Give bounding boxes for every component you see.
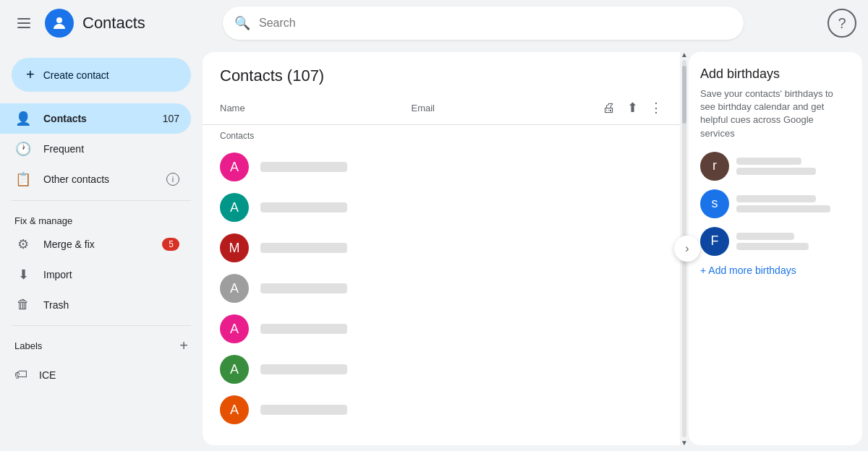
contact-info <box>260 324 663 334</box>
sidebar: + Create contact 👤 Contacts 107 🕐 Freque… <box>0 46 203 451</box>
contact-name-blur <box>260 364 347 374</box>
birthday-name-line-2 <box>736 205 830 212</box>
table-row[interactable]: A <box>203 390 680 430</box>
contact-name-blur <box>260 162 347 172</box>
table-row[interactable]: A <box>203 268 680 309</box>
divider-1 <box>12 200 191 201</box>
trash-icon: 🗑 <box>14 297 32 312</box>
contact-info <box>260 283 663 293</box>
birthday-name-block <box>736 158 816 175</box>
search-bar[interactable]: 🔍 <box>223 7 744 40</box>
sidebar-item-contacts-label: Contacts <box>43 113 150 124</box>
main-content: + Create contact 👤 Contacts 107 🕐 Freque… <box>0 46 868 451</box>
menu-icon[interactable] <box>12 12 36 34</box>
scrollbar-thumb <box>682 66 686 124</box>
birthday-contact-item: F <box>700 227 851 256</box>
scroll-down-arrow[interactable]: ▼ <box>679 437 689 448</box>
birthday-contacts-list: r s F <box>700 152 851 256</box>
birthday-description: Save your contacts' birthdays to see bir… <box>700 87 851 140</box>
contact-info <box>260 405 663 415</box>
merge-icon: ⚙ <box>14 236 32 252</box>
contact-avatar: A <box>220 153 249 181</box>
sidebar-item-trash[interactable]: 🗑 Trash <box>0 290 191 319</box>
sidebar-item-trash-label: Trash <box>43 299 179 311</box>
svg-point-0 <box>56 17 62 23</box>
contact-avatar: M <box>220 233 249 262</box>
table-row[interactable]: A <box>203 187 680 228</box>
merge-badge: 5 <box>162 238 179 251</box>
contacts-book-icon: 📋 <box>14 171 32 187</box>
history-icon: 🕐 <box>14 141 32 157</box>
contact-avatar: A <box>220 274 249 303</box>
scroll-up-arrow[interactable]: ▲ <box>679 49 689 60</box>
sidebar-item-frequent[interactable]: 🕐 Frequent <box>0 134 191 164</box>
birthday-name-line-1 <box>736 158 801 165</box>
topbar-right: ? <box>827 9 856 38</box>
th-email: Email <box>412 103 603 113</box>
sidebar-item-merge[interactable]: ⚙ Merge & fix 5 <box>0 229 191 259</box>
birthday-name-block <box>736 233 809 250</box>
contact-list-count: (107) <box>287 66 324 85</box>
contact-info <box>260 162 663 172</box>
label-tag-icon: 🏷 <box>14 367 27 382</box>
contacts-badge: 107 <box>162 113 179 124</box>
birthday-title: Add birthdays <box>700 66 851 82</box>
contact-name-blur <box>260 283 347 293</box>
contact-info <box>260 202 663 212</box>
contact-avatar: A <box>220 355 249 384</box>
expand-panel-button[interactable]: › <box>674 236 700 262</box>
search-input[interactable] <box>259 17 732 30</box>
sidebar-item-other-contacts-label: Other contacts <box>43 173 155 185</box>
table-row[interactable]: M <box>203 228 680 268</box>
topbar: Contacts 🔍 ? <box>0 0 868 46</box>
table-row[interactable]: A <box>203 147 680 187</box>
print-icon[interactable]: 🖨 <box>603 100 616 116</box>
sidebar-item-ice-label: ICE <box>39 369 179 381</box>
list-panel: Contacts (107) Name Email 🖨 ⬆ ⋮ Contacts… <box>203 46 868 451</box>
sidebar-item-merge-label: Merge & fix <box>43 239 150 250</box>
contact-rows: A A M A A A <box>203 147 680 445</box>
fix-manage-label: Fix & manage <box>0 207 203 229</box>
contact-avatar: A <box>220 314 249 343</box>
birthday-panel: Add birthdays Save your contacts' birthd… <box>689 52 862 445</box>
birthday-name-line-1 <box>736 195 816 202</box>
search-icon: 🔍 <box>234 15 250 31</box>
plus-icon: + <box>26 66 35 83</box>
download-icon: ⬇ <box>14 267 32 283</box>
sidebar-item-contacts[interactable]: 👤 Contacts 107 <box>0 103 191 134</box>
app-logo <box>45 9 74 38</box>
sidebar-item-import-label: Import <box>43 269 179 280</box>
birthday-contact-item: r <box>700 152 851 181</box>
table-row[interactable]: A <box>203 349 680 390</box>
contact-list-header: Contacts (107) <box>203 52 680 85</box>
birthday-contact-item: s <box>700 189 851 218</box>
sidebar-item-other-contacts[interactable]: 📋 Other contacts i <box>0 164 191 194</box>
info-icon[interactable]: i <box>166 173 179 186</box>
birthday-name-line-2 <box>736 168 816 175</box>
create-contact-label: Create contact <box>43 69 109 81</box>
table-row[interactable]: A <box>203 309 680 349</box>
contact-name-blur <box>260 243 347 253</box>
sidebar-item-import[interactable]: ⬇ Import <box>0 259 191 290</box>
help-icon[interactable]: ? <box>827 9 856 38</box>
contact-list-area: Contacts (107) Name Email 🖨 ⬆ ⋮ Contacts… <box>203 52 680 445</box>
th-name: Name <box>220 103 412 113</box>
contact-info <box>260 364 663 374</box>
add-label-icon[interactable]: + <box>179 338 188 354</box>
birthday-name-line-1 <box>736 233 794 240</box>
sidebar-item-ice[interactable]: 🏷 ICE <box>0 360 191 390</box>
add-more-birthdays-button[interactable]: + Add more birthdays <box>700 265 796 276</box>
more-icon[interactable]: ⋮ <box>650 100 663 116</box>
sidebar-item-frequent-label: Frequent <box>43 143 179 155</box>
contact-name-blur <box>260 202 347 212</box>
contact-name-blur <box>260 405 347 415</box>
export-icon[interactable]: ⬆ <box>627 100 638 116</box>
birthday-avatar: r <box>700 152 729 181</box>
contact-name-blur <box>260 324 347 334</box>
contact-avatar: A <box>220 193 249 222</box>
contact-avatar: A <box>220 395 249 424</box>
person-icon: 👤 <box>14 111 32 126</box>
birthday-name-block <box>736 195 830 212</box>
add-more-birthdays-label: + Add more birthdays <box>700 265 796 276</box>
create-contact-button[interactable]: + Create contact <box>12 58 191 92</box>
